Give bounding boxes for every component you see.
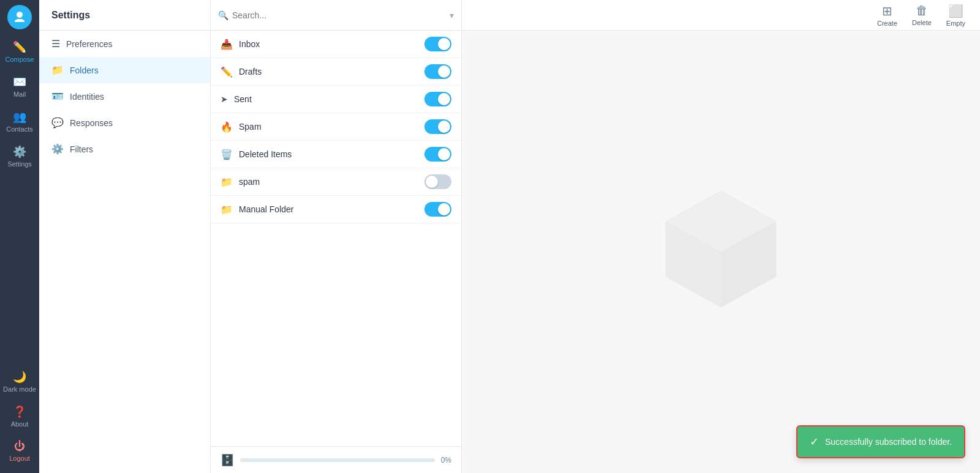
toast-message: Successfully subscribed to folder. — [825, 437, 952, 447]
nav-label-about: About — [11, 420, 29, 428]
nav-item-contacts[interactable]: 👥 Contacts — [0, 104, 39, 139]
delete-icon: 🗑 — [916, 4, 928, 18]
left-sidebar: ✏️ Compose ✉️ Mail 👥 Contacts ⚙️ Setting… — [0, 0, 39, 473]
toggle-knob-drafts — [438, 65, 450, 78]
empty-icon: ⬜ — [948, 4, 963, 18]
settings-menu-filters[interactable]: ⚙️ Filters — [39, 136, 210, 162]
toggle-spam2[interactable] — [424, 174, 451, 189]
folder-item-inbox: 📥 Inbox — [211, 31, 461, 58]
settings-menu-preferences[interactable]: ☰ Preferences — [39, 31, 210, 57]
filters-icon: ⚙️ — [51, 143, 64, 155]
box-illustration — [641, 173, 801, 332]
darkmode-icon: 🌙 — [13, 370, 26, 384]
toggle-knob-deleted — [438, 148, 450, 160]
about-icon: ❓ — [13, 405, 26, 419]
storage-percent: 0% — [441, 456, 451, 464]
nav-item-mail[interactable]: ✉️ Mail — [0, 69, 39, 104]
nav-item-about[interactable]: ❓ About — [0, 399, 39, 434]
folders-header: 🔍 ▾ — [211, 0, 461, 31]
nav-label-logout: Logout — [9, 455, 30, 462]
mail-icon: ✉️ — [13, 75, 26, 89]
folder-name-spam2: spam — [239, 177, 424, 187]
folder-name-sent: Sent — [234, 94, 424, 104]
toggle-manual[interactable] — [424, 202, 451, 217]
compose-icon: ✏️ — [13, 40, 26, 54]
folder-name-drafts: Drafts — [239, 67, 424, 76]
toggle-spam[interactable] — [424, 119, 451, 134]
spam-folder-icon: 🔥 — [221, 121, 233, 133]
settings-icon: ⚙️ — [13, 145, 26, 158]
empty-label: Empty — [946, 20, 965, 27]
search-icon: 🔍 — [218, 10, 228, 20]
responses-icon: 💬 — [51, 117, 64, 128]
storage-icon: 🗄️ — [221, 453, 234, 467]
preferences-icon: ☰ — [51, 38, 60, 50]
settings-nav-panel: Settings ☰ Preferences 📁 Folders 🪪 Ident… — [39, 0, 211, 473]
spam2-folder-icon: 📁 — [221, 176, 233, 188]
nav-label-darkmode: Dark mode — [3, 385, 36, 393]
identities-icon: 🪪 — [51, 91, 64, 102]
folder-name-manual: Manual Folder — [239, 204, 424, 214]
deleted-folder-icon: 🗑️ — [221, 149, 233, 160]
main-area: ⊞ Create 🗑 Delete ⬜ Empty — [462, 0, 980, 473]
nav-item-logout[interactable]: ⏻ Logout — [0, 434, 39, 468]
toggle-inbox[interactable] — [424, 37, 451, 51]
create-label: Create — [877, 20, 897, 27]
settings-label-preferences: Preferences — [66, 39, 112, 49]
settings-title: Settings — [39, 0, 210, 31]
settings-menu-responses[interactable]: 💬 Responses — [39, 110, 210, 136]
settings-menu-identities[interactable]: 🪪 Identities — [39, 83, 210, 110]
create-icon: ⊞ — [882, 4, 892, 18]
folder-item-deleted: 🗑️ Deleted Items — [211, 141, 461, 168]
inbox-folder-icon: 📥 — [221, 39, 233, 50]
nav-bottom: 🌙 Dark mode ❓ About ⏻ Logout — [0, 364, 39, 473]
settings-label-responses: Responses — [70, 118, 113, 128]
nav-label-mail: Mail — [13, 91, 26, 98]
manual-folder-icon: 📁 — [221, 204, 233, 215]
delete-label: Delete — [912, 19, 932, 26]
folders-footer: 🗄️ 0% — [211, 446, 461, 473]
settings-label-identities: Identities — [70, 92, 104, 102]
contacts-icon: 👥 — [13, 110, 26, 124]
toggle-sent[interactable] — [424, 92, 451, 106]
folder-list: 📥 Inbox ✏️ Drafts ➤ Sent 🔥 Spam — [211, 31, 461, 446]
drafts-folder-icon: ✏️ — [221, 66, 233, 78]
folder-item-manual: 📁 Manual Folder — [211, 196, 461, 223]
toggle-knob-spam2 — [426, 176, 438, 188]
folder-item-drafts: ✏️ Drafts — [211, 58, 461, 86]
folder-item-spam: 🔥 Spam — [211, 113, 461, 141]
empty-button[interactable]: ⬜ Empty — [946, 4, 965, 27]
settings-label-filters: Filters — [70, 144, 93, 154]
create-button[interactable]: ⊞ Create — [877, 4, 897, 27]
nav-label-contacts: Contacts — [6, 125, 32, 133]
folder-name-deleted: Deleted Items — [239, 149, 424, 159]
delete-button[interactable]: 🗑 Delete — [912, 4, 932, 26]
toggle-drafts[interactable] — [424, 64, 451, 79]
toast-check-icon: ✓ — [810, 435, 819, 449]
folders-icon: 📁 — [51, 64, 64, 76]
svg-point-0 — [17, 12, 23, 18]
empty-state — [462, 31, 980, 473]
toggle-knob-inbox — [438, 38, 450, 50]
folder-name-inbox: Inbox — [239, 39, 424, 49]
app-logo — [7, 5, 32, 29]
nav-item-settings[interactable]: ⚙️ Settings — [0, 139, 39, 174]
logout-icon: ⏻ — [14, 440, 25, 453]
nav-label-settings: Settings — [7, 160, 32, 168]
nav-label-compose: Compose — [5, 56, 34, 63]
search-input[interactable] — [232, 10, 445, 20]
nav-item-darkmode[interactable]: 🌙 Dark mode — [0, 364, 39, 399]
toast-notification: ✓ Successfully subscribed to folder. — [796, 425, 965, 458]
folder-item-sent: ➤ Sent — [211, 86, 461, 113]
settings-menu-folders[interactable]: 📁 Folders — [39, 57, 210, 83]
toggle-knob-manual — [438, 203, 450, 215]
folder-item-spam2: 📁 spam — [211, 168, 461, 196]
storage-bar-wrap — [240, 458, 435, 462]
chevron-down-icon[interactable]: ▾ — [450, 10, 454, 20]
toggle-knob-spam — [438, 121, 450, 133]
main-toolbar: ⊞ Create 🗑 Delete ⬜ Empty — [462, 0, 980, 31]
nav-item-compose[interactable]: ✏️ Compose — [0, 34, 39, 69]
folders-panel: 🔍 ▾ 📥 Inbox ✏️ Drafts ➤ Sent — [211, 0, 462, 473]
search-box: 🔍 — [218, 10, 445, 20]
toggle-deleted[interactable] — [424, 147, 451, 162]
